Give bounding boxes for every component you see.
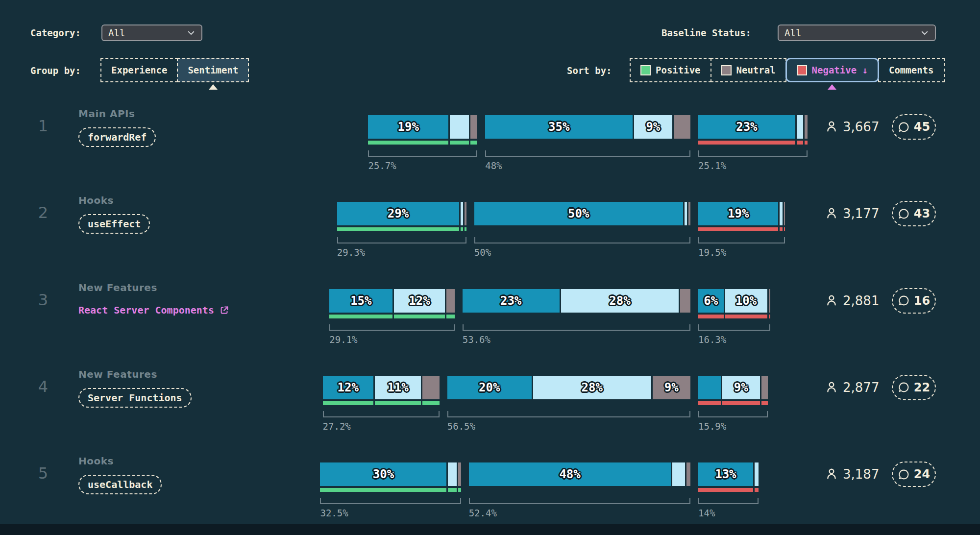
negative-segment-gray (761, 376, 768, 399)
person-icon (825, 294, 838, 309)
underline-piece (329, 315, 392, 318)
segment-percent-label: 30% (373, 467, 394, 481)
item-pill-label: useEffect (88, 218, 141, 230)
positive-swatch-icon (640, 65, 651, 75)
person-icon (825, 207, 838, 221)
users-count: 2,881 (843, 293, 879, 309)
group-total-label: 25.7% (368, 160, 396, 171)
negative-segment-cyan (797, 115, 803, 139)
negative-segment-teal: 6% (698, 289, 724, 313)
negative-swatch-icon (797, 65, 807, 75)
underline-piece (755, 488, 759, 492)
comments-count: 24 (914, 467, 930, 481)
negative-segment-teal: 19% (698, 202, 778, 225)
negative-segment-cyan: 9% (722, 376, 760, 399)
baseline-status-select-value: All (784, 27, 801, 38)
sort-by-comments-button[interactable]: Comments (878, 58, 945, 82)
item-link[interactable]: React Server Components (78, 304, 230, 316)
underline-piece (368, 141, 448, 145)
underline-piece (446, 315, 455, 318)
group-by-option-label: Sentiment (188, 65, 238, 75)
underline-piece (422, 401, 439, 405)
comments-pill[interactable]: 45 (892, 114, 936, 140)
negative-underline-strip (698, 141, 808, 145)
segment-percent-label: 35% (548, 120, 569, 134)
negative-segment-teal (698, 376, 721, 399)
segment-percent-label: 50% (568, 207, 589, 220)
segment-percent-label: 10% (735, 294, 757, 308)
positive-segment-cyan (461, 202, 463, 225)
category-select[interactable]: All (101, 24, 202, 41)
comment-bubble-icon (898, 121, 910, 133)
row-rank: 1 (24, 117, 48, 135)
neutral-segment-teal: 48% (469, 462, 671, 486)
group-total-bracket (320, 498, 461, 504)
users-count: 3,187 (843, 466, 879, 482)
row-rank: 5 (24, 464, 48, 483)
comments-pill[interactable]: 22 (892, 375, 936, 400)
segment-percent-label: 9% (646, 120, 660, 134)
group-total-label: 16.3% (698, 334, 726, 345)
neutral-segment-teal: 20% (447, 376, 532, 399)
item-pill[interactable]: useEffect (78, 214, 150, 234)
comment-bubble-icon (898, 381, 910, 393)
comments-pill[interactable]: 43 (892, 201, 936, 226)
neutral-sentiment-bar: 23%28% (463, 289, 690, 313)
positive-underline-strip (323, 401, 440, 405)
chevron-down-icon (187, 28, 196, 37)
category-filter-label: Category: (30, 27, 81, 39)
item-pill[interactable]: useCallback (78, 475, 162, 494)
person-icon (825, 381, 838, 395)
group-by-experience-button[interactable]: Experience (100, 58, 178, 82)
group-total-bracket (698, 237, 785, 243)
neutral-segment-teal: 35% (485, 115, 633, 139)
segment-percent-label: 15% (350, 294, 371, 308)
negative-sentiment-bar: 19% (698, 202, 785, 225)
category-select-value: All (108, 27, 125, 38)
group-total-bracket (329, 324, 454, 331)
negative-segment-gray (769, 289, 770, 313)
positive-sentiment-bar: 29% (337, 202, 466, 225)
positive-segment-cyan (448, 462, 456, 486)
item-pill[interactable]: Server Functions (78, 388, 192, 408)
neutral-segment-gray (686, 462, 690, 486)
api-row: 1Main APIsforwardRef19%25.7%35%9%48%23%2… (0, 83, 980, 170)
group-total-label: 52.4% (469, 508, 497, 518)
item-pill[interactable]: forwardRef (78, 127, 156, 147)
neutral-sentiment-bar: 50% (474, 202, 690, 225)
sort-by-negative-button[interactable]: Negative ↓ (785, 58, 879, 82)
negative-sentiment-bar: 9% (698, 376, 768, 399)
neutral-segment-teal: 50% (474, 202, 683, 225)
underline-piece (698, 488, 753, 492)
positive-segment-gray (465, 202, 466, 225)
sort-by-option-label: Positive (656, 65, 701, 75)
comments-pill[interactable]: 16 (892, 288, 936, 314)
negative-sentiment-bar: 6%10% (698, 289, 770, 313)
comments-pill[interactable]: 24 (892, 462, 936, 487)
group-total-bracket (474, 237, 690, 243)
group-by-sentiment-button[interactable]: Sentiment (177, 58, 249, 82)
negative-segment-teal: 13% (698, 462, 753, 486)
sort-by-neutral-button[interactable]: Neutral (710, 58, 786, 82)
segment-percent-label: 9% (664, 381, 679, 394)
negative-sentiment-bar: 23% (698, 115, 808, 139)
group-total-bracket (485, 150, 690, 157)
person-icon (825, 467, 838, 482)
api-row: 5HooksuseCallback30%32.5%48%52.4%13%14%3… (0, 431, 980, 518)
positive-underline-strip (329, 315, 454, 318)
group-by-label: Group by: (30, 65, 81, 76)
sort-by-option-label: Comments (889, 65, 934, 75)
api-row: 3New FeaturesReact Server Components15%1… (0, 257, 980, 344)
negative-segment-gray (805, 115, 808, 139)
sort-by-label: Sort by: (567, 65, 612, 76)
baseline-status-select[interactable]: All (778, 24, 936, 41)
row-rank: 2 (24, 203, 48, 222)
segment-percent-label: 28% (582, 381, 603, 394)
positive-sentiment-bar: 30% (320, 462, 461, 486)
comments-count: 45 (914, 120, 930, 134)
negative-underline-strip (698, 401, 768, 405)
segment-percent-label: 11% (387, 381, 408, 394)
group-total-bracket (698, 324, 770, 331)
neutral-segment-cyan (672, 462, 685, 486)
sort-by-positive-button[interactable]: Positive (630, 58, 711, 82)
